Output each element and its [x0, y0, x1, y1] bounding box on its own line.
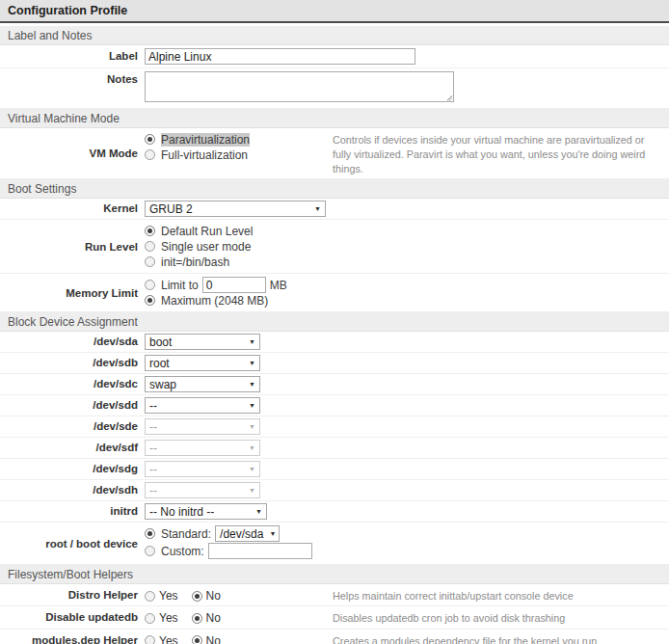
standard-device-select[interactable]: /dev/sda ▼ [215, 525, 280, 542]
sdb-select[interactable]: root ▼ [145, 355, 260, 371]
run-level-option-single-user[interactable]: Single user mode [145, 239, 669, 254]
root-boot-device-row: root / boot device Standard: /dev/sda ▼ … [0, 523, 669, 565]
chevron-down-icon: ▼ [249, 444, 255, 451]
custom-device-input[interactable] [208, 543, 312, 559]
device-row-sdd: /dev/sdd -- ▼ [0, 395, 669, 416]
label-field-label: Label [0, 47, 145, 62]
radio-icon [145, 613, 155, 624]
chevron-down-icon: ▼ [255, 508, 262, 515]
root-boot-option-standard[interactable]: Standard: /dev/sda ▼ [145, 526, 669, 541]
initrd-row: initrd -- No initrd -- ▼ [0, 501, 669, 523]
memory-limit-label: Memory Limit [0, 287, 145, 299]
label-input[interactable] [145, 48, 415, 65]
device-row-sdf: /dev/sdf -- ▼ [0, 438, 669, 459]
chevron-down-icon: ▼ [249, 360, 255, 366]
memory-limit-row: Memory Limit Limit to MB Maximum (2048 M… [0, 274, 669, 312]
device-row-sdb: /dev/sdb root ▼ [0, 353, 669, 374]
kernel-select[interactable]: GRUB 2 ▼ [145, 201, 326, 217]
device-row-sda: /dev/sda boot ▼ [0, 332, 669, 353]
radio-icon [145, 546, 155, 556]
section-header-helpers: Filesystem/Boot Helpers [0, 565, 669, 584]
vm-mode-row: VM Mode Paravirtualization Full-virtuali… [0, 128, 669, 179]
notes-row: Notes [0, 68, 669, 109]
sdf-select: -- ▼ [145, 440, 260, 456]
device-row-sdc: /dev/sdc swap ▼ [0, 374, 669, 395]
distro-helper-yes-radio[interactable]: Yes [145, 589, 178, 603]
chevron-down-icon: ▼ [314, 205, 321, 212]
radio-icon [192, 613, 202, 624]
device-row-sdg: /dev/sdg -- ▼ [0, 459, 669, 480]
page-title: Configuration Profile [0, 0, 669, 23]
kernel-label: Kernel [0, 200, 145, 214]
chevron-down-icon: ▼ [249, 466, 255, 472]
section-header-label-and-notes: Label and Notes [0, 26, 669, 45]
run-level-row: Run Level Default Run Level Single user … [0, 220, 669, 274]
helper-help-text: Disables updatedb cron job to avoid disk… [333, 608, 669, 626]
vm-mode-help-text: Controls if devices inside your virtual … [333, 130, 669, 176]
notes-field-label: Notes [0, 70, 145, 85]
radio-icon [192, 635, 202, 644]
helper-help-text: Helps maintain correct inittab/upstart c… [333, 586, 669, 604]
label-row: Label [0, 45, 669, 68]
radio-icon [145, 241, 155, 252]
disable-updatedb-yes-radio[interactable]: Yes [145, 611, 178, 625]
memory-limit-input[interactable] [202, 277, 266, 293]
radio-icon [145, 149, 155, 160]
radio-icon [145, 134, 155, 145]
helper-row-modules-dep: modules.dep Helper Yes No Creates a modu… [0, 630, 669, 644]
section-header-block-devices: Block Device Assignment [0, 312, 669, 332]
vm-mode-option-full-virtualization[interactable]: Full-virtualization [145, 148, 333, 162]
initrd-select[interactable]: -- No initrd -- ▼ [145, 503, 267, 520]
run-level-option-init-bash[interactable]: init=/bin/bash [145, 255, 669, 269]
sdg-select: -- ▼ [145, 461, 260, 477]
kernel-row: Kernel GRUB 2 ▼ [0, 199, 669, 220]
modules-dep-yes-radio[interactable]: Yes [145, 634, 178, 644]
helper-row-updatedb: Disable updatedb Yes No Disables updated… [0, 606, 669, 629]
chevron-down-icon: ▼ [249, 487, 255, 494]
chevron-down-icon: ▼ [269, 530, 276, 537]
radio-icon [145, 528, 155, 539]
section-header-vm-mode: Virtual Machine Mode [0, 109, 669, 128]
resize-handle-icon[interactable] [445, 95, 452, 102]
run-level-label: Run Level [0, 241, 145, 253]
vm-mode-option-paravirtualization[interactable]: Paravirtualization [145, 132, 333, 147]
memory-limit-option-limit-to[interactable]: Limit to MB [145, 278, 669, 292]
disable-updatedb-no-radio[interactable]: No [192, 611, 221, 625]
sdd-select[interactable]: -- ▼ [145, 397, 260, 414]
chevron-down-icon: ▼ [249, 338, 255, 345]
section-header-boot-settings: Boot Settings [0, 179, 669, 199]
chevron-down-icon: ▼ [249, 402, 255, 409]
radio-icon [145, 256, 155, 267]
distro-helper-no-radio[interactable]: No [192, 589, 221, 603]
sdh-select: -- ▼ [145, 482, 260, 498]
radio-icon [192, 591, 202, 602]
radio-icon [145, 226, 155, 236]
helper-row-distro: Distro Helper Yes No Helps maintain corr… [0, 584, 669, 606]
root-boot-device-label: root / boot device [0, 538, 145, 550]
device-row-sdh: /dev/sdh -- ▼ [0, 480, 669, 501]
chevron-down-icon: ▼ [249, 381, 255, 388]
radio-icon [145, 591, 155, 602]
sda-select[interactable]: boot ▼ [145, 334, 260, 350]
chevron-down-icon: ▼ [249, 423, 255, 430]
radio-icon [145, 280, 155, 290]
device-row-sde: /dev/sde -- ▼ [0, 416, 669, 438]
modules-dep-no-radio[interactable]: No [192, 634, 221, 644]
root-boot-option-custom[interactable]: Custom: [145, 542, 669, 560]
run-level-option-default[interactable]: Default Run Level [145, 224, 669, 238]
sde-select: -- ▼ [145, 418, 260, 435]
radio-icon [145, 635, 155, 644]
memory-limit-option-maximum[interactable]: Maximum (2048 MB) [145, 293, 669, 308]
memory-unit-label: MB [270, 279, 287, 292]
radio-icon [145, 295, 155, 306]
notes-textarea[interactable] [145, 71, 454, 102]
sdc-select[interactable]: swap ▼ [145, 376, 260, 392]
vm-mode-label: VM Mode [0, 148, 145, 159]
helper-help-text: Creates a modules dependency file for th… [333, 631, 669, 644]
